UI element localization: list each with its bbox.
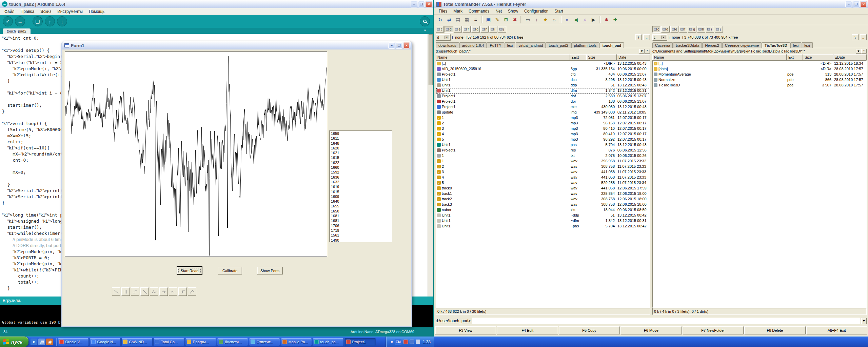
tc-toolbar-multimedia-icon[interactable]: ♫ <box>580 16 589 24</box>
new-sketch-button[interactable]: ▢ <box>33 16 43 26</box>
file-row[interactable]: Unit1~pas5 70413.12.2015 00:42 <box>436 224 649 229</box>
plot-tool-step-icon[interactable] <box>178 287 187 296</box>
folder-tab[interactable]: Heroes2 <box>702 42 722 48</box>
command-history-button[interactable]: ▼ <box>861 318 867 324</box>
tc-menu-item[interactable]: Configuration <box>521 8 551 14</box>
fkey-f8-button[interactable]: F8 Delete <box>744 326 805 334</box>
plot-tool-angle-icon[interactable] <box>188 287 196 296</box>
drive-button-c[interactable]: c <box>436 26 444 33</box>
taskbar-task[interactable]: Total Co... <box>153 338 184 346</box>
folder-tab[interactable]: Сетевое окружение <box>722 42 762 48</box>
reading-item[interactable]: 1592 <box>331 170 392 175</box>
tray-collapse-chevron[interactable]: « <box>391 340 393 344</box>
reading-item[interactable]: 1719 <box>331 228 392 233</box>
tc-toolbar-command-prompt-icon[interactable]: ▶ <box>589 16 598 24</box>
show-ports-button[interactable]: Show Ports <box>257 267 283 274</box>
path-row[interactable]: c:\Documents and Settings\almt\Мои докум… <box>652 48 867 54</box>
reading-item[interactable]: 1609 <box>331 194 392 199</box>
plot-tool-tilde-icon[interactable] <box>169 287 177 296</box>
drive-button-i[interactable]: i <box>489 26 497 33</box>
file-row[interactable]: Unit1dfm1 34213.12.2015 00:31 <box>436 88 649 94</box>
file-row[interactable]: ♪1wav396 95811.07.2015 23:32 <box>436 159 649 164</box>
drive-button-d[interactable]: d <box>661 26 670 33</box>
drive-button-h[interactable]: h <box>697 26 706 33</box>
file-row[interactable]: Project1res87606.06.2015 12:56 <box>436 148 649 153</box>
folder-tab[interactable]: TicTacToe3D <box>762 42 790 48</box>
quick-launch-media-player[interactable]: ◉ <box>46 339 53 345</box>
tc-toolbar-compare-icon[interactable]: ✚ <box>611 16 619 24</box>
column-header-name[interactable]: Name <box>436 54 570 60</box>
reading-item[interactable]: 1620 <box>331 146 392 150</box>
tray-icon-network[interactable] <box>410 340 414 344</box>
drive-button-g[interactable]: g <box>471 26 480 33</box>
tc-toolbar-unpack-icon[interactable]: ↑ <box>532 16 541 24</box>
file-row[interactable]: naborxls18 94409.06.2015 08:59 <box>436 207 649 213</box>
file-row[interactable]: ♪4wav441 05811.07.2015 23:33 <box>436 175 649 180</box>
path-hotlist-button[interactable]: * <box>861 49 867 54</box>
drive-button-f[interactable]: f <box>679 26 687 33</box>
editor-scrollbar[interactable] <box>428 34 433 297</box>
form1-title-bar[interactable]: Form1 – ❐ ✕ <box>62 41 411 49</box>
file-row[interactable]: ♪2wav308 75811.07.2015 23:33 <box>436 164 649 169</box>
reading-item[interactable]: 1648 <box>331 141 392 146</box>
tc-toolbar-full-view-icon[interactable]: ▦ <box>462 16 471 24</box>
file-row[interactable]: updateimg439 149 88802.11.2012 10:05 <box>436 110 649 115</box>
tc-toolbar-brief-view-icon[interactable]: ▤ <box>454 16 462 24</box>
fkey-f4-button[interactable]: F4 Edit <box>497 326 558 334</box>
file-row[interactable]: ♪track1wav225 85412.06.2015 18:00 <box>436 191 649 197</box>
reading-item[interactable]: 1706 <box>331 223 392 228</box>
drive-button-g[interactable]: g <box>688 26 696 33</box>
readings-listbox[interactable]: 1659161116481620162116151622166015921636… <box>329 130 392 242</box>
folder-tab[interactable]: lexi <box>802 42 813 48</box>
form1-close-button[interactable]: ✕ <box>403 42 410 49</box>
drive-button-j[interactable]: j <box>715 26 723 33</box>
file-row[interactable]: Unit1pas5 70413.12.2015 00:43 <box>436 142 649 148</box>
drive-combo[interactable]: c▼ <box>652 34 667 41</box>
plot-tool-arrow-icon[interactable] <box>159 287 168 296</box>
arduino-title-bar[interactable]: ∞ touch_pad2 | Arduino 1.6.4 – ❐ ✕ <box>0 0 433 8</box>
open-sketch-button[interactable]: ↑ <box>45 16 55 26</box>
file-row[interactable]: ♪5wav529 25811.07.2015 23:34 <box>436 180 649 186</box>
reading-item[interactable]: 1615 <box>331 155 392 160</box>
column-header-date[interactable]: ▴Date <box>833 54 867 60</box>
fkey-f6-button[interactable]: F6 Move <box>620 326 682 334</box>
arduino-menu-item[interactable]: Правка <box>18 8 38 15</box>
form1-maximize-button[interactable]: ❐ <box>396 42 402 49</box>
tc-toolbar-sync-dirs-icon[interactable]: ✱ <box>602 16 611 24</box>
tc-title-bar[interactable]: Total Commander 7.55a - Helmut Feyrer – … <box>434 0 868 8</box>
reading-item[interactable]: 1659 <box>331 131 392 136</box>
arduino-minimize-button[interactable]: – <box>411 1 417 7</box>
start-button[interactable]: пуск <box>0 336 28 347</box>
tc-menu-item[interactable]: Mark <box>450 8 466 14</box>
reading-item[interactable]: 1621 <box>331 150 392 155</box>
file-row[interactable]: Project1dpr18806.06.2015 13:07 <box>436 99 649 104</box>
folder-tab[interactable]: lexi <box>505 42 516 48</box>
language-indicator[interactable]: EN <box>395 339 401 345</box>
path-history-button[interactable]: ▼ <box>639 49 645 54</box>
plot-tool-step-icon[interactable] <box>131 287 139 296</box>
file-row[interactable]: Unit1dcu8 29813.12.2015 00:43 <box>436 77 649 83</box>
verify-button[interactable]: ✓ <box>3 16 13 26</box>
tab-menu-button[interactable]: ▼ <box>423 29 427 32</box>
serial-monitor-button[interactable] <box>420 16 430 26</box>
reading-item[interactable]: 1632 <box>331 180 392 184</box>
reading-item[interactable]: 1622 <box>331 160 392 165</box>
file-row[interactable]: MomentumAveragepde31328.08.2010 17:57 <box>653 72 866 77</box>
folder-tab[interactable]: touch_pad <box>599 42 624 48</box>
file-row[interactable]: ♪4mp380 41012.07.2015 00:17 <box>436 131 649 137</box>
folder-tab[interactable]: Система <box>652 42 673 48</box>
tc-toolbar-tree-view-icon[interactable]: ≡ <box>471 16 480 24</box>
folder-tab[interactable]: touch_pad2 <box>546 42 571 48</box>
start-read-button[interactable]: Start Read <box>177 267 202 274</box>
taskbar-task[interactable]: Google N... <box>90 338 121 346</box>
drive-button-i[interactable]: i <box>706 26 714 33</box>
folder-tab[interactable]: arduino-1.6.4 <box>459 42 487 48</box>
reading-item[interactable]: 1611 <box>331 136 392 141</box>
file-row[interactable]: ♪3mp380 41012.07.2015 00:17 <box>436 126 649 131</box>
drive-button-e[interactable]: e <box>670 26 679 33</box>
plot-tool-diag-fall-icon[interactable] <box>112 287 120 296</box>
column-header-date[interactable]: Date <box>617 54 650 60</box>
drive-button-h[interactable]: h <box>480 26 489 33</box>
scrollbar-thumb[interactable] <box>429 34 433 85</box>
tc-toolbar-edit-file-icon[interactable]: ✎ <box>493 16 501 24</box>
